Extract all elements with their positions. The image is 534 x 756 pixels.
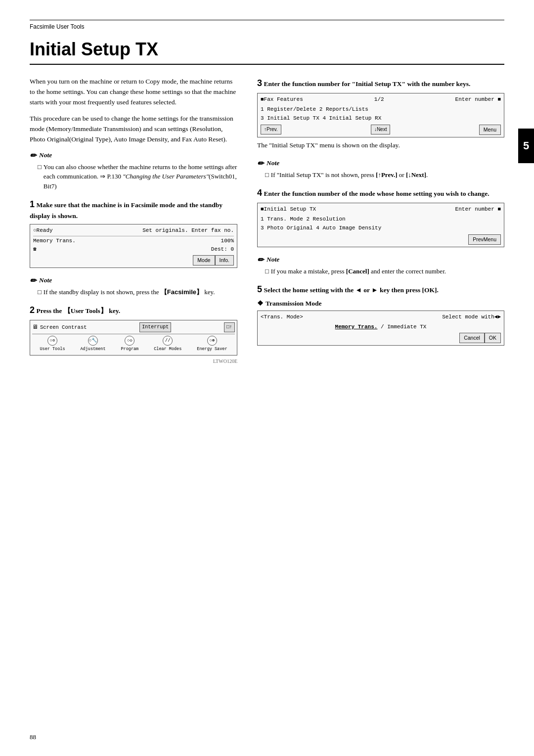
step-5-heading: 5 Select the home setting with the ◄ or … (257, 283, 504, 296)
step-3-lcd: ■Fax Features 1/2 Enter number ■ 1 Regis… (257, 93, 504, 137)
intro-paragraph-2: This procedure can be used to change the… (30, 114, 237, 145)
lcd-watermark: LTWO120E (30, 358, 237, 364)
note-1-heading: ✏ Note (30, 151, 237, 160)
note-4-item-1: If you make a mistake, press [Cancel] an… (257, 267, 504, 276)
step-1-block: 1 Make sure that the machine is in Facsi… (30, 198, 237, 268)
note-icon-2: ✏ (30, 276, 36, 285)
note-2: ✏ Note If the standby display is not sho… (30, 276, 237, 297)
tool-clear-modes: // Clear Modes (154, 336, 181, 353)
note-2-heading: ✏ Note (30, 276, 237, 285)
note-1: ✏ Note You can also choose whether the m… (30, 151, 237, 191)
page-title: Initial Setup TX (30, 39, 504, 65)
step-3-lcd-buttons: ↑Prev. ↓Next Menu (261, 125, 501, 135)
cancel-button[interactable]: Cancel (459, 333, 485, 343)
page-number: 88 (30, 733, 36, 741)
prev-button[interactable]: ↑Prev. (261, 125, 281, 134)
note-4-heading: ✏ Note (257, 255, 504, 265)
note-icon-4: ✏ (257, 255, 264, 265)
step-2-heading: 2 Press the 【User Tools】 key. (30, 304, 237, 317)
breadcrumb: Facsimile User Tools (30, 23, 504, 30)
step-4-heading: 4 Enter the function number of the mode … (257, 186, 504, 200)
step-1-lcd: ○Ready Set originals. Enter fax no. Memo… (30, 224, 237, 268)
note-3-heading: ✏ Note (257, 159, 504, 168)
step-5-block: 5 Select the home setting with the ◄ or … (257, 283, 504, 346)
right-column: 3 Enter the function number for "Initial… (257, 77, 504, 372)
step-4-block: 4 Enter the function number of the mode … (257, 186, 504, 247)
step-3-caption: The "Initial Setup TX" menu is shown on … (257, 140, 504, 151)
tool-program: ○◇ Program (121, 336, 138, 353)
section-tab: 5 (518, 129, 534, 163)
note-icon-3: ✏ (257, 159, 264, 168)
note-2-item-1: If the standby display is not shown, pre… (30, 287, 237, 297)
note-3-item-1: If "Initial Setup TX" is not shown, pres… (257, 170, 504, 180)
note-icon-1: ✏ (30, 151, 36, 160)
step-2-lcd: 🖥 Screen Contrast Interrupt □↑ ○⊙ User T… (30, 320, 237, 356)
note-4: ✏ Note If you make a mistake, press [Can… (257, 255, 504, 276)
step-4-lcd: ■Initial Setup TX Enter number ■ 1 Trans… (257, 203, 504, 247)
step-5-lcd-buttons: Cancel OK (261, 333, 501, 343)
step-4-lcd-buttons: PrevMenu (261, 234, 501, 245)
intro-paragraph-1: When you turn on the machine or return t… (30, 77, 237, 108)
step-1-heading: 1 Make sure that the machine is in Facsi… (30, 198, 237, 221)
step-5-lcd: <Trans. Mode> Select mode with◄► Memory … (257, 311, 504, 346)
tool-adjustment: ○🔧 Adjustment (80, 336, 105, 353)
info-button[interactable]: Info. (215, 255, 234, 266)
prev-menu-button[interactable]: PrevMenu (468, 234, 501, 245)
ok-button[interactable]: OK (485, 333, 501, 343)
step-5-sub-heading: ❖ Transmission Mode (257, 299, 504, 308)
note-1-item-1: You can also choose whether the machine … (30, 162, 237, 191)
left-column: When you turn on the machine or return t… (30, 77, 237, 372)
next-button[interactable]: ↓Next (371, 125, 391, 134)
tool-user-tools: ○⊙ User Tools (40, 336, 65, 353)
two-column-layout: When you turn on the machine or return t… (30, 77, 504, 372)
tool-energy-saver: ○⊛ Energy Saver (197, 336, 227, 353)
note-3: ✏ Note If "Initial Setup TX" is not show… (257, 159, 504, 180)
step-3-heading: 3 Enter the function number for "Initial… (257, 77, 504, 90)
page-container: Facsimile User Tools Initial Setup TX 5 … (0, 0, 534, 756)
menu-button[interactable]: Menu (479, 125, 501, 135)
mode-button[interactable]: Mode (193, 255, 215, 266)
step-2-block: 2 Press the 【User Tools】 key. 🖥 Screen C… (30, 304, 237, 364)
step-3-block: 3 Enter the function number for "Initial… (257, 77, 504, 151)
step-1-lcd-buttons: Mode Info. (33, 255, 234, 266)
top-rule (30, 20, 504, 20)
